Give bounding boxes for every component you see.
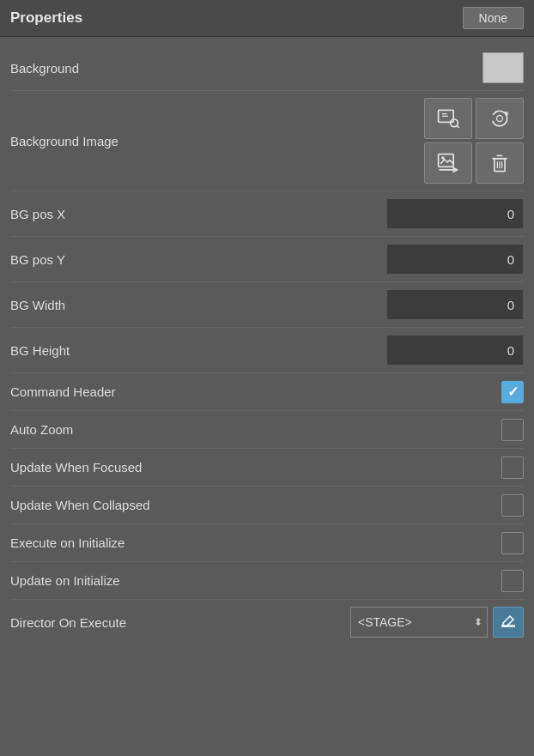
bg-width-label: BG Width xyxy=(10,298,386,312)
execute-on-initialize-label: Execute on Initialize xyxy=(10,535,501,550)
bg-width-control xyxy=(386,289,524,320)
replace-image-icon xyxy=(436,151,460,175)
command-header-control xyxy=(501,381,524,403)
svg-line-2 xyxy=(457,125,458,127)
command-header-row: Command Header xyxy=(10,373,524,411)
director-edit-button[interactable] xyxy=(493,607,524,638)
update-when-collapsed-row: Update When Collapsed xyxy=(10,487,524,524)
properties-content: Background Background Image xyxy=(0,37,534,653)
background-control xyxy=(482,52,524,83)
background-image-grid xyxy=(424,98,524,184)
properties-header: Properties None xyxy=(0,0,534,37)
bg-width-input[interactable] xyxy=(386,289,524,320)
reload-image-icon xyxy=(488,106,512,130)
command-header-label: Command Header xyxy=(10,384,501,399)
auto-zoom-label: Auto Zoom xyxy=(10,422,501,437)
update-when-focused-checkbox[interactable] xyxy=(501,457,524,479)
bg-pos-y-row: BG pos Y xyxy=(10,237,524,282)
update-when-collapsed-control xyxy=(501,494,524,517)
svg-point-6 xyxy=(497,116,503,122)
background-image-label: Background Image xyxy=(10,134,424,148)
director-on-execute-row: Director On Execute <STAGE> <NONE> Custo… xyxy=(10,600,524,644)
bg-height-control xyxy=(386,335,524,366)
bg-width-row: BG Width xyxy=(10,282,524,328)
director-select-wrap: <STAGE> <NONE> Custom xyxy=(350,607,524,638)
background-label: Background xyxy=(10,61,482,76)
command-header-checkbox[interactable] xyxy=(501,381,524,403)
auto-zoom-row: Auto Zoom xyxy=(10,411,524,449)
bg-pos-y-input[interactable] xyxy=(386,244,524,275)
update-when-focused-control xyxy=(501,457,524,479)
update-when-focused-row: Update When Focused xyxy=(10,449,524,487)
update-when-collapsed-checkbox[interactable] xyxy=(501,494,524,517)
edit-icon xyxy=(500,614,517,631)
background-image-control xyxy=(424,98,524,184)
background-image-row: Background Image xyxy=(10,91,524,191)
delete-image-button[interactable] xyxy=(476,142,524,184)
bg-pos-y-label: BG pos Y xyxy=(10,252,386,267)
bg-pos-x-label: BG pos X xyxy=(10,207,386,221)
svg-point-8 xyxy=(441,156,445,160)
director-select-wrapper: <STAGE> <NONE> Custom xyxy=(350,607,488,638)
none-button[interactable]: None xyxy=(463,7,524,29)
bg-height-row: BG Height xyxy=(10,328,524,373)
update-on-initialize-checkbox[interactable] xyxy=(501,570,524,592)
replace-image-button[interactable] xyxy=(424,142,472,184)
bg-height-label: BG Height xyxy=(10,343,386,358)
search-image-icon xyxy=(436,106,460,130)
director-on-execute-label: Director On Execute xyxy=(10,615,350,630)
director-select[interactable]: <STAGE> <NONE> Custom xyxy=(350,607,488,638)
execute-on-initialize-row: Execute on Initialize xyxy=(10,524,524,562)
update-on-initialize-control xyxy=(501,570,524,592)
auto-zoom-control xyxy=(501,419,524,441)
update-when-collapsed-label: Update When Collapsed xyxy=(10,498,501,512)
auto-zoom-checkbox[interactable] xyxy=(501,419,524,441)
execute-on-initialize-control xyxy=(501,532,524,554)
page-title: Properties xyxy=(10,9,82,27)
background-color-swatch[interactable] xyxy=(482,52,524,83)
load-image-button[interactable] xyxy=(424,98,472,139)
update-on-initialize-row: Update on Initialize xyxy=(10,562,524,600)
bg-pos-x-input[interactable] xyxy=(386,198,524,229)
update-on-initialize-label: Update on Initialize xyxy=(10,573,501,588)
bg-height-input[interactable] xyxy=(386,335,524,366)
reload-image-button[interactable] xyxy=(476,98,524,139)
background-row: Background xyxy=(10,45,524,91)
trash-icon xyxy=(488,151,512,175)
execute-on-initialize-checkbox[interactable] xyxy=(501,532,524,554)
bg-pos-x-control xyxy=(386,198,524,229)
bg-pos-x-row: BG pos X xyxy=(10,191,524,237)
bg-pos-y-control xyxy=(386,244,524,275)
update-when-focused-label: Update When Focused xyxy=(10,460,501,475)
